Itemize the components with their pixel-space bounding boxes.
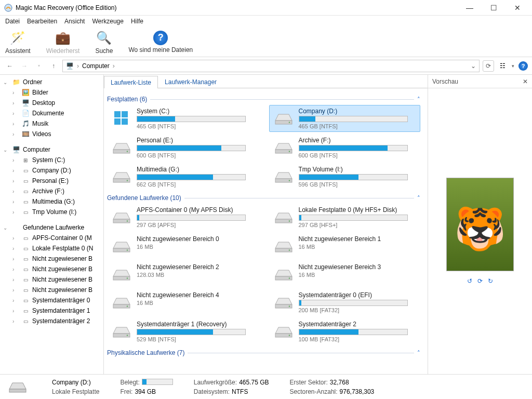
drive-name: Multimedia (G:) [137,166,255,173]
tab-laufwerk-liste[interactable]: Laufwerk-Liste [104,76,158,88]
tree-folder[interactable]: ›🖥️Desktop [1,98,102,108]
tree-found-item[interactable]: ›▭Systemdatenträger 0 [1,295,102,305]
tree-drive[interactable]: ›▭Multimedia (G:) [1,196,102,207]
drive-item[interactable]: Nicht zugewiesener Bereich 4 16 MB [107,289,259,316]
drive-item[interactable]: Company (D:) 465 GB [NTFS] [269,105,421,132]
tree-found-item[interactable]: ›▭Systemdatenträger 1 [1,305,102,316]
tree-found-item[interactable]: ›▭Nicht zugewiesener B [1,285,102,295]
drive-sub: 297 GB [HFS+] [299,222,417,228]
preview-close[interactable]: ✕ [523,78,528,85]
wosind-button[interactable]: ? Wo sind meine Dateien [128,31,193,54]
main-panel: Laufwerk-Liste Laufwerk-Manager Festplat… [104,75,428,374]
drive-item[interactable]: Personal (E:) 600 GB [NTFS] [107,134,259,161]
tree-drive[interactable]: ›▭Archive (F:) [1,186,102,196]
drive-sub: 297 GB [APFS] [137,222,255,228]
drive-item[interactable]: Systemdatenträger 0 (EFI) 200 MB [FAT32] [269,289,421,316]
minimize-button[interactable]: — [462,4,477,12]
drive-sub: 662 GB [NTFS] [137,181,255,188]
reset-icon[interactable]: ⟳ [477,277,483,285]
nav-up[interactable]: ↑ [48,60,59,72]
drive-sub: 16 MB [299,272,417,278]
drive-name: Nicht zugewiesener Bereich 1 [299,235,417,243]
tree-drive[interactable]: ›▭Tmp Volume (I:) [1,207,102,217]
chevron-down-icon[interactable]: ▾ [512,63,514,69]
drive-item[interactable]: Tmp Volume (I:) 596 GB [NTFS] [269,163,421,190]
tree-found-item[interactable]: ›▭Nicht zugewiesener B [1,264,102,274]
tree-drive[interactable]: ›▭Personal (E:) [1,176,102,186]
tree-found-item[interactable]: ›▭Nicht zugewiesener B [1,274,102,285]
tree-found-item[interactable]: ›▭APFS-Container 0 (M [1,233,102,243]
rotate-left-icon[interactable]: ↺ [467,277,472,285]
svg-point-30 [288,305,289,307]
tree-found[interactable]: ⌄Gefundene Laufwerke [1,222,102,233]
tree-found-item[interactable]: ›▭Nicht zugewiesener B [1,254,102,264]
drive-name: Nicht zugewiesener Bereich 2 [137,263,255,271]
suche-button[interactable]: 🔍 Suche [95,30,113,55]
drive-item[interactable]: Nicht zugewiesener Bereich 2 128.03 MB [107,261,259,287]
tree-ordner[interactable]: ⌄📁Ordner [1,77,102,87]
drive-item[interactable]: Multimedia (G:) 662 GB [NTFS] [107,163,259,190]
drive-item[interactable]: Nicht zugewiesener Bereich 1 16 MB [269,233,421,259]
drive-item[interactable]: Systemdatenträger 2 100 MB [FAT32] [269,318,421,345]
drive-item[interactable]: Lokale Festplatte 0 (My HFS+ Disk) 297 G… [269,204,421,231]
usage-bar [137,174,246,180]
breadcrumb[interactable]: 🖥️ › Computer › ⌄ [62,60,480,72]
drive-icon [111,166,132,187]
menu-hilfe[interactable]: Hilfe [131,18,143,25]
tab-laufwerk-manager[interactable]: Laufwerk-Manager [158,75,223,88]
drive-item[interactable]: Nicht zugewiesener Bereich 0 16 MB [107,233,259,259]
drive-icon [111,206,132,227]
drive-item[interactable]: Systemdatenträger 1 (Recovery) 529 MB [N… [107,318,259,345]
view-mode-button[interactable]: ☷ [497,61,508,71]
assistent-button[interactable]: 🪄 Assistent [5,30,31,55]
svg-point-12 [127,180,128,181]
chevron-down-icon[interactable]: ⌄ [471,62,476,70]
tree-folder[interactable]: ›🖼️Bilder [1,87,102,98]
menu-werkzeuge[interactable]: Werkzeuge [92,18,123,25]
section-header[interactable]: Physikalische Laufwerke (7)˄ [107,349,420,356]
usage-bar [299,215,408,221]
drive-sub: 600 GB [NTFS] [299,152,417,158]
svg-point-14 [288,180,289,181]
tree-folder[interactable]: ›🎞️Videos [1,129,102,139]
tree-found-item[interactable]: ›▭Lokale Festplatte 0 (N [1,243,102,254]
drive-name: System (C:) [137,108,255,115]
breadcrumb-root[interactable]: Computer [82,62,110,70]
svg-point-24 [127,277,128,278]
tree-folder[interactable]: ›📄Dokumente [1,108,102,118]
tabs: Laufwerk-Liste Laufwerk-Manager [104,75,428,88]
drive-icon [7,380,31,394]
refresh-button[interactable]: ⟳ [483,60,494,72]
usage-bar [299,174,408,180]
tree-drive[interactable]: ›⊞System (C:) [1,155,102,165]
drive-icon [273,263,295,284]
close-button[interactable]: ✕ [510,4,525,12]
svg-rect-3 [114,118,121,125]
drive-item[interactable]: Nicht zugewiesener Bereich 3 16 MB [269,261,421,287]
drive-icon [111,321,132,341]
menu-ansicht[interactable]: Ansicht [64,18,85,25]
window-title: Magic Mac Recovery (Office Edition) [16,4,462,11]
tree-found-item[interactable]: ›▭Systemdatenträger 2 [1,316,102,326]
nav-forward: → [19,60,30,72]
menu-datei[interactable]: Datei [5,18,20,25]
usage-bar [299,116,408,122]
tree-folder[interactable]: ›🎵Musik [1,118,102,129]
nav-back[interactable]: ← [4,60,16,72]
drive-sub: 100 MB [FAT32] [299,336,417,342]
help-button[interactable]: ? [518,61,528,71]
drive-name: Systemdatenträger 1 (Recovery) [137,321,255,328]
section-header[interactable]: Festplatten (6)˄ [107,96,420,103]
usage-bar [137,215,246,221]
menu-bearbeiten[interactable]: Bearbeiten [27,18,57,25]
tree-computer[interactable]: ⌄🖥️Computer [1,144,102,155]
drive-name: Archive (F:) [299,137,417,144]
drive-item[interactable]: System (C:) 465 GB [NTFS] [107,105,259,132]
section-header[interactable]: Gefundene Laufwerke (10)˄ [107,194,420,202]
drive-item[interactable]: Archive (F:) 600 GB [NTFS] [269,134,421,161]
app-icon [4,4,12,12]
maximize-button[interactable]: ☐ [486,4,501,12]
tree-drive[interactable]: ›▭Company (D:) [1,165,102,176]
rotate-right-icon[interactable]: ↻ [488,277,493,285]
drive-item[interactable]: APFS-Container 0 (My APFS Disk) 297 GB [… [107,204,259,231]
